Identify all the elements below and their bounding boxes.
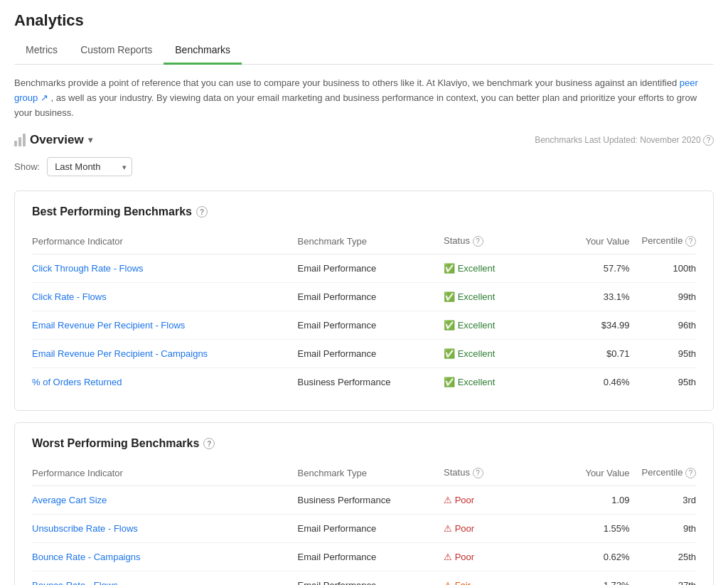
info-bar: Benchmarks provide a point of reference …	[14, 76, 714, 120]
col-header-type: Benchmark Type	[298, 231, 444, 254]
tabs-bar: Metrics Custom Reports Benchmarks	[14, 37, 714, 65]
status-help-icon[interactable]: ?	[473, 236, 483, 247]
table-row: % of Orders Returned Business Performanc…	[32, 368, 696, 397]
percentile-cell: 25th	[630, 543, 696, 571]
chart-icon	[14, 134, 26, 146]
status-cell: ✅ Excellent	[444, 368, 543, 397]
status-badge: ✅ Excellent	[444, 377, 495, 387]
worst-benchmarks-title: Worst Performing Benchmarks ?	[32, 437, 696, 450]
indicator-cell: % of Orders Returned	[32, 368, 298, 397]
indicator-link[interactable]: Email Revenue Per Recipient - Flows	[32, 320, 185, 331]
type-cell: Email Performance	[298, 543, 444, 571]
last-updated-help-icon[interactable]: ?	[703, 135, 714, 146]
status-badge: ⚠ Poor	[444, 523, 474, 534]
show-select-wrapper: Last Month Last Quarter Last Year ▾	[47, 157, 132, 176]
col-header-indicator-w: Performance Indicator	[32, 463, 298, 486]
indicator-cell: Email Revenue Per Recipient - Campaigns	[32, 340, 298, 368]
best-benchmarks-table: Performance Indicator Benchmark Type Sta…	[32, 231, 696, 396]
table-row: Average Cart Size Business Performance ⚠…	[32, 486, 696, 515]
value-cell: $0.71	[543, 340, 629, 368]
type-cell: Email Performance	[298, 254, 444, 283]
col-header-status-w: Status ?	[444, 463, 543, 486]
value-cell: 57.7%	[543, 254, 629, 283]
percentile-help-icon-w[interactable]: ?	[685, 468, 696, 478]
status-cell: ⚠ Poor	[444, 543, 543, 571]
indicator-cell: Average Cart Size	[32, 486, 298, 515]
worst-benchmarks-card: Worst Performing Benchmarks ? Performanc…	[14, 422, 714, 585]
value-cell: 1.09	[543, 486, 629, 515]
table-row: Email Revenue Per Recipient - Campaigns …	[32, 340, 696, 368]
status-cell: ✅ Excellent	[444, 340, 543, 368]
type-cell: Email Performance	[298, 283, 444, 311]
type-cell: Email Performance	[298, 515, 444, 543]
status-cell: ✅ Excellent	[444, 311, 543, 340]
info-text-after-link: , as well as your industry. By viewing d…	[14, 92, 697, 118]
best-benchmarks-card: Best Performing Benchmarks ? Performance…	[14, 190, 714, 411]
indicator-cell: Bounce Rate - Flows	[32, 571, 298, 585]
percentile-cell: 95th	[630, 368, 696, 397]
type-cell: Email Performance	[298, 571, 444, 585]
best-benchmarks-help-icon[interactable]: ?	[196, 206, 208, 218]
chevron-down-icon: ▾	[88, 135, 92, 145]
table-row: Email Revenue Per Recipient - Flows Emai…	[32, 311, 696, 340]
percentile-help-icon[interactable]: ?	[685, 236, 696, 247]
status-cell: ⚠ Poor	[444, 486, 543, 515]
col-header-value: Your Value	[543, 231, 629, 254]
show-row: Show: Last Month Last Quarter Last Year …	[14, 157, 714, 176]
col-header-percentile: Percentile ?	[630, 231, 696, 254]
col-header-percentile-w: Percentile ?	[630, 463, 696, 486]
indicator-link[interactable]: % of Orders Returned	[32, 377, 122, 387]
table-row: Click Through Rate - Flows Email Perform…	[32, 254, 696, 283]
indicator-link[interactable]: Click Rate - Flows	[32, 291, 107, 302]
show-label: Show:	[14, 161, 40, 172]
worst-benchmarks-help-icon[interactable]: ?	[203, 438, 215, 449]
indicator-cell: Click Through Rate - Flows	[32, 254, 298, 283]
status-cell: ⚠ Poor	[444, 515, 543, 543]
type-cell: Email Performance	[298, 311, 444, 340]
table-row: Bounce Rate - Flows Email Performance ⚠ …	[32, 571, 696, 585]
type-cell: Business Performance	[298, 486, 444, 515]
best-benchmarks-title: Best Performing Benchmarks ?	[32, 205, 696, 218]
info-text-before-link: Benchmarks provide a point of reference …	[14, 77, 677, 88]
indicator-link[interactable]: Average Cart Size	[32, 495, 107, 505]
indicator-link[interactable]: Bounce Rate - Flows	[32, 580, 118, 585]
status-cell: ✅ Excellent	[444, 254, 543, 283]
indicator-link[interactable]: Unsubscribe Rate - Flows	[32, 523, 138, 534]
indicator-link[interactable]: Click Through Rate - Flows	[32, 263, 144, 274]
indicator-link[interactable]: Email Revenue Per Recipient - Campaigns	[32, 348, 208, 359]
value-cell: $34.99	[543, 311, 629, 340]
percentile-cell: 99th	[630, 283, 696, 311]
value-cell: 0.62%	[543, 543, 629, 571]
indicator-cell: Bounce Rate - Campaigns	[32, 543, 298, 571]
status-help-icon-w[interactable]: ?	[473, 468, 483, 478]
tab-custom-reports[interactable]: Custom Reports	[69, 37, 164, 65]
status-badge: ✅ Excellent	[444, 263, 495, 274]
value-cell: 33.1%	[543, 283, 629, 311]
status-badge: ✅ Excellent	[444, 348, 495, 359]
overview-title[interactable]: Overview ▾	[14, 133, 92, 147]
percentile-cell: 95th	[630, 340, 696, 368]
status-badge: ✅ Excellent	[444, 320, 495, 331]
tab-benchmarks[interactable]: Benchmarks	[164, 37, 242, 65]
status-badge: ✅ Excellent	[444, 291, 495, 302]
worst-benchmarks-table: Performance Indicator Benchmark Type Sta…	[32, 463, 696, 585]
tab-metrics[interactable]: Metrics	[14, 37, 69, 65]
value-cell: 1.72%	[543, 571, 629, 585]
indicator-cell: Unsubscribe Rate - Flows	[32, 515, 298, 543]
percentile-cell: 100th	[630, 254, 696, 283]
type-cell: Email Performance	[298, 340, 444, 368]
indicator-link[interactable]: Bounce Rate - Campaigns	[32, 552, 140, 562]
percentile-cell: 9th	[630, 515, 696, 543]
status-badge: ⚠ Poor	[444, 495, 474, 505]
last-updated: Benchmarks Last Updated: November 2020 ?	[535, 135, 714, 146]
status-cell: ⚠ Fair	[444, 571, 543, 585]
indicator-cell: Click Rate - Flows	[32, 283, 298, 311]
table-row: Click Rate - Flows Email Performance ✅ E…	[32, 283, 696, 311]
page-title: Analytics	[14, 11, 714, 30]
value-cell: 1.55%	[543, 515, 629, 543]
col-header-type-w: Benchmark Type	[298, 463, 444, 486]
show-select[interactable]: Last Month Last Quarter Last Year	[47, 157, 132, 176]
indicator-cell: Email Revenue Per Recipient - Flows	[32, 311, 298, 340]
status-cell: ✅ Excellent	[444, 283, 543, 311]
table-row: Bounce Rate - Campaigns Email Performanc…	[32, 543, 696, 571]
